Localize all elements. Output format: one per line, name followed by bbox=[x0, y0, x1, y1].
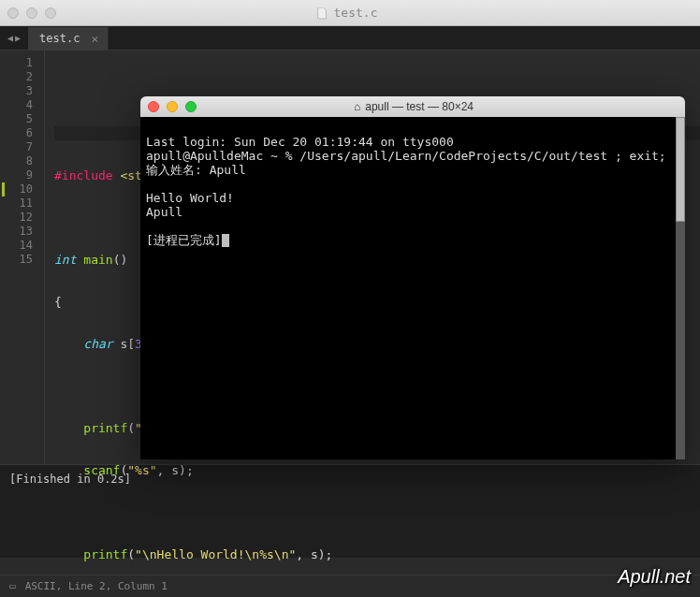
tab-testc[interactable]: test.c × bbox=[28, 27, 109, 50]
close-icon[interactable] bbox=[7, 7, 19, 19]
panel-icon[interactable]: ▭ bbox=[9, 580, 16, 592]
traffic-lights bbox=[7, 7, 56, 19]
tab-close-icon[interactable]: × bbox=[92, 32, 99, 46]
term-line: 输入姓名: Apull bbox=[146, 163, 246, 177]
linenum: 4 bbox=[0, 98, 33, 112]
linenum: 15 bbox=[0, 253, 33, 267]
term-minimize-icon[interactable] bbox=[167, 101, 178, 112]
statusbar: ▭ ASCII, Line 2, Column 1 bbox=[0, 575, 700, 597]
tabbar: ◀ ▶ test.c × bbox=[0, 26, 700, 51]
term-close-icon[interactable] bbox=[148, 101, 159, 112]
linenum: 1 bbox=[0, 56, 33, 70]
home-icon: ⌂ bbox=[354, 100, 360, 113]
terminal-title-label: apull — test — 80×24 bbox=[365, 100, 474, 113]
nav-prev-icon[interactable]: ◀ bbox=[7, 33, 13, 43]
terminal-title: ⌂ apull — test — 80×24 bbox=[197, 100, 678, 113]
linenum: 6 bbox=[0, 126, 33, 140]
mod-marker bbox=[2, 182, 5, 197]
linenum: 13 bbox=[0, 225, 33, 239]
window-title: test.c bbox=[56, 6, 693, 20]
line-gutter: 1 2 3 4 5 6 7 8 9 10 11 12 13 14 15 bbox=[0, 51, 45, 464]
term-line: Last login: Sun Dec 20 01:19:44 on ttys0… bbox=[146, 135, 454, 149]
term-line: Hello World! bbox=[146, 191, 234, 205]
status-text: ASCII, Line 2, Column 1 bbox=[25, 580, 168, 592]
term-line: apull@ApulldeMac ~ % /Users/apull/Learn/… bbox=[146, 149, 666, 163]
linenum: 5 bbox=[0, 112, 33, 126]
filename-label: test.c bbox=[334, 6, 378, 20]
linenum: 3 bbox=[0, 84, 33, 98]
file-icon bbox=[315, 7, 328, 20]
linenum: 11 bbox=[0, 197, 33, 211]
terminal-window[interactable]: ⌂ apull — test — 80×24 Last login: Sun D… bbox=[140, 96, 685, 459]
term-line: Apull bbox=[146, 205, 182, 219]
tab-label: test.c bbox=[39, 32, 80, 45]
term-maximize-icon[interactable] bbox=[185, 101, 197, 112]
terminal-titlebar: ⌂ apull — test — 80×24 bbox=[140, 96, 685, 117]
titlebar: test.c bbox=[0, 0, 700, 26]
minimize-icon[interactable] bbox=[26, 7, 37, 19]
scrollbar-thumb[interactable] bbox=[676, 117, 685, 222]
linenum: 8 bbox=[0, 154, 33, 168]
nav-next-icon[interactable]: ▶ bbox=[15, 33, 21, 43]
linenum: 10 bbox=[20, 182, 33, 196]
terminal-traffic-lights bbox=[148, 101, 197, 112]
linenum: 7 bbox=[0, 140, 33, 154]
linenum: 2 bbox=[0, 70, 33, 84]
terminal-scrollbar[interactable] bbox=[676, 117, 685, 459]
maximize-icon[interactable] bbox=[45, 7, 56, 19]
build-status: [Finished in 0.2s] bbox=[9, 473, 131, 486]
tab-nav: ◀ ▶ bbox=[0, 33, 28, 43]
watermark: Apull.net bbox=[618, 566, 691, 588]
cursor-icon bbox=[222, 234, 229, 247]
terminal-body[interactable]: Last login: Sun Dec 20 01:19:44 on ttys0… bbox=[140, 117, 685, 459]
linenum: 9 bbox=[0, 168, 33, 182]
linenum: 12 bbox=[0, 211, 33, 225]
linenum: 14 bbox=[0, 239, 33, 253]
term-line: [进程已完成] bbox=[146, 233, 222, 247]
